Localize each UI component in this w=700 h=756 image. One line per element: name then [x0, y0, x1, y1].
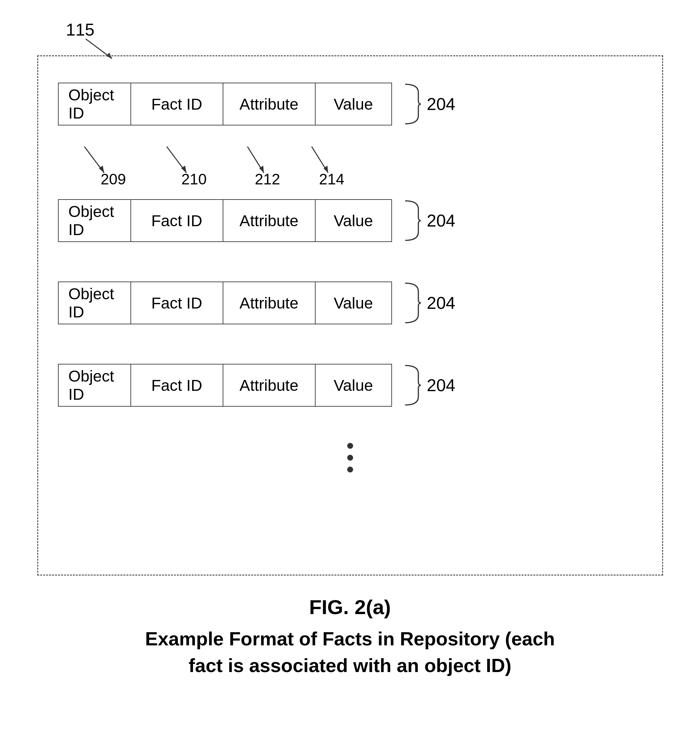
fact-row-4: Object ID Fact ID Attribute Value 204: [58, 364, 642, 407]
annotation-209: 209: [101, 170, 126, 188]
fact-row-2: Object ID Fact ID Attribute Value 204: [58, 199, 642, 242]
cell-attribute-1: Attribute: [223, 83, 316, 125]
subtitle-line2: fact is associated with an object ID): [189, 655, 512, 676]
brace-label-2: 204: [427, 211, 456, 231]
annotation-210: 210: [181, 170, 207, 188]
fact-row-3: Object ID Fact ID Attribute Value 204: [58, 282, 642, 324]
dot-1: [347, 443, 353, 449]
brace-area-4: 204: [402, 364, 456, 407]
annotation-214: 214: [319, 170, 345, 188]
brace-icon-1: [402, 83, 422, 125]
main-diagram-box: Object ID Fact ID Attribute Value 204: [37, 55, 663, 575]
page-container: 115 Object ID Fact ID Attribute Value: [27, 20, 673, 679]
row1-group: Object ID Fact ID Attribute Value 204: [58, 83, 642, 183]
cell-value-2: Value: [316, 200, 391, 242]
subtitle-line1: Example Format of Facts in Repository (e…: [145, 628, 555, 649]
diagram-label: 115: [66, 20, 95, 39]
fact-table-row-3: Object ID Fact ID Attribute Value: [58, 282, 392, 324]
brace-label-1: 204: [427, 94, 456, 114]
cell-attribute-3: Attribute: [223, 282, 316, 324]
ellipsis-dots: [347, 443, 353, 472]
brace-icon-3: [402, 282, 422, 324]
annotations-area: 209 210 212 214: [58, 147, 391, 183]
cell-attribute-4: Attribute: [223, 365, 316, 406]
brace-label-4: 204: [427, 376, 456, 395]
cell-fact-id-2: Fact ID: [131, 200, 223, 242]
cell-value-4: Value: [316, 365, 391, 406]
cell-value-1: Value: [316, 83, 391, 125]
cell-object-id-3: Object ID: [59, 282, 131, 324]
brace-label-3: 204: [427, 293, 456, 313]
cell-object-id-4: Object ID: [59, 365, 131, 406]
cell-fact-id-4: Fact ID: [131, 365, 223, 406]
annotation-212: 212: [255, 170, 280, 188]
brace-area-1: 204: [402, 83, 456, 125]
caption-area: FIG. 2(a) Example Format of Facts in Rep…: [27, 595, 673, 679]
brace-icon-4: [402, 364, 422, 407]
dot-2: [347, 455, 353, 461]
cell-fact-id-1: Fact ID: [131, 83, 223, 125]
cell-value-3: Value: [316, 282, 391, 324]
fact-table-row-2: Object ID Fact ID Attribute Value: [58, 199, 392, 242]
brace-icon-2: [402, 199, 422, 242]
dot-3: [347, 466, 353, 472]
fact-row-1: Object ID Fact ID Attribute Value 204: [58, 83, 642, 125]
cell-object-id-1: Object ID: [59, 83, 131, 125]
fact-table-row-1: Object ID Fact ID Attribute Value: [58, 83, 392, 125]
brace-area-3: 204: [402, 282, 456, 324]
cell-fact-id-3: Fact ID: [131, 282, 223, 324]
fact-table-row-4: Object ID Fact ID Attribute Value: [58, 364, 392, 407]
cell-object-id-2: Object ID: [59, 200, 131, 242]
cell-attribute-2: Attribute: [223, 200, 316, 242]
figure-title: FIG. 2(a): [27, 595, 673, 619]
brace-area-2: 204: [402, 199, 456, 242]
figure-subtitle: Example Format of Facts in Repository (e…: [27, 625, 673, 679]
